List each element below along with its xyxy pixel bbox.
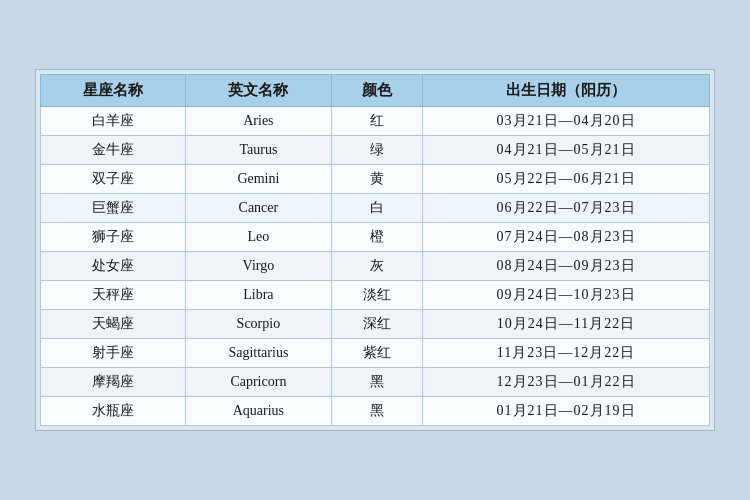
cell-chinese-name: 狮子座	[41, 223, 186, 252]
cell-english-name: Cancer	[186, 194, 331, 223]
cell-chinese-name: 双子座	[41, 165, 186, 194]
cell-color: 紫红	[331, 339, 422, 368]
header-color: 颜色	[331, 75, 422, 107]
cell-english-name: Libra	[186, 281, 331, 310]
cell-dates: 10月24日—11月22日	[423, 310, 710, 339]
zodiac-table-container: 星座名称 英文名称 颜色 出生日期（阳历） 白羊座Aries红03月21日—04…	[35, 69, 715, 431]
cell-chinese-name: 摩羯座	[41, 368, 186, 397]
table-row: 水瓶座Aquarius黑01月21日—02月19日	[41, 397, 710, 426]
zodiac-table: 星座名称 英文名称 颜色 出生日期（阳历） 白羊座Aries红03月21日—04…	[40, 74, 710, 426]
cell-dates: 06月22日—07月23日	[423, 194, 710, 223]
cell-english-name: Gemini	[186, 165, 331, 194]
cell-chinese-name: 射手座	[41, 339, 186, 368]
table-row: 狮子座Leo橙07月24日—08月23日	[41, 223, 710, 252]
table-body: 白羊座Aries红03月21日—04月20日金牛座Taurus绿04月21日—0…	[41, 107, 710, 426]
cell-english-name: Scorpio	[186, 310, 331, 339]
cell-chinese-name: 金牛座	[41, 136, 186, 165]
cell-english-name: Leo	[186, 223, 331, 252]
cell-dates: 12月23日—01月22日	[423, 368, 710, 397]
cell-dates: 09月24日—10月23日	[423, 281, 710, 310]
cell-color: 黑	[331, 368, 422, 397]
cell-chinese-name: 天秤座	[41, 281, 186, 310]
table-row: 双子座Gemini黄05月22日—06月21日	[41, 165, 710, 194]
cell-color: 黑	[331, 397, 422, 426]
header-birthdate: 出生日期（阳历）	[423, 75, 710, 107]
cell-dates: 04月21日—05月21日	[423, 136, 710, 165]
cell-english-name: Aries	[186, 107, 331, 136]
cell-chinese-name: 巨蟹座	[41, 194, 186, 223]
table-row: 巨蟹座Cancer白06月22日—07月23日	[41, 194, 710, 223]
cell-color: 深红	[331, 310, 422, 339]
cell-dates: 01月21日—02月19日	[423, 397, 710, 426]
cell-english-name: Sagittarius	[186, 339, 331, 368]
table-row: 射手座Sagittarius紫红11月23日—12月22日	[41, 339, 710, 368]
cell-chinese-name: 水瓶座	[41, 397, 186, 426]
table-row: 天蝎座Scorpio深红10月24日—11月22日	[41, 310, 710, 339]
cell-color: 淡红	[331, 281, 422, 310]
cell-english-name: Virgo	[186, 252, 331, 281]
cell-english-name: Taurus	[186, 136, 331, 165]
cell-color: 黄	[331, 165, 422, 194]
table-row: 天秤座Libra淡红09月24日—10月23日	[41, 281, 710, 310]
cell-color: 白	[331, 194, 422, 223]
cell-dates: 11月23日—12月22日	[423, 339, 710, 368]
header-english-name: 英文名称	[186, 75, 331, 107]
table-header-row: 星座名称 英文名称 颜色 出生日期（阳历）	[41, 75, 710, 107]
cell-chinese-name: 天蝎座	[41, 310, 186, 339]
cell-english-name: Capricorn	[186, 368, 331, 397]
cell-dates: 05月22日—06月21日	[423, 165, 710, 194]
cell-dates: 03月21日—04月20日	[423, 107, 710, 136]
cell-chinese-name: 白羊座	[41, 107, 186, 136]
table-row: 金牛座Taurus绿04月21日—05月21日	[41, 136, 710, 165]
cell-color: 灰	[331, 252, 422, 281]
cell-color: 绿	[331, 136, 422, 165]
header-chinese-name: 星座名称	[41, 75, 186, 107]
cell-english-name: Aquarius	[186, 397, 331, 426]
cell-chinese-name: 处女座	[41, 252, 186, 281]
table-row: 处女座Virgo灰08月24日—09月23日	[41, 252, 710, 281]
cell-color: 橙	[331, 223, 422, 252]
cell-dates: 07月24日—08月23日	[423, 223, 710, 252]
cell-color: 红	[331, 107, 422, 136]
table-row: 白羊座Aries红03月21日—04月20日	[41, 107, 710, 136]
table-row: 摩羯座Capricorn黑12月23日—01月22日	[41, 368, 710, 397]
cell-dates: 08月24日—09月23日	[423, 252, 710, 281]
